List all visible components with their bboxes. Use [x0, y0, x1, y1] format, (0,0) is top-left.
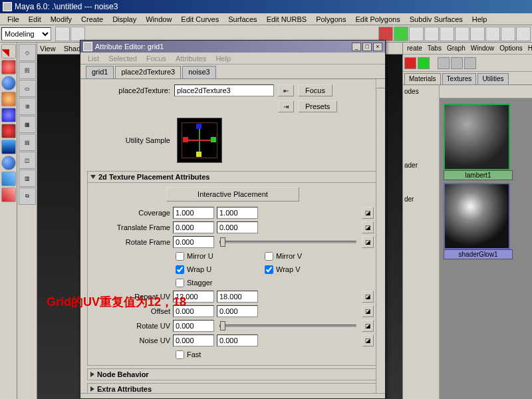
connect-icon[interactable]: ◪ — [362, 320, 374, 332]
hs-icon[interactable] — [404, 57, 416, 69]
menu-edit[interactable]: Edit — [24, 15, 46, 24]
manip-tool-icon[interactable] — [1, 124, 16, 138]
layout-icon[interactable]: ▦ — [19, 116, 36, 133]
rotate-frame-field[interactable] — [173, 236, 214, 248]
ae-menu-selected[interactable]: Selected — [104, 55, 142, 63]
connect-icon[interactable]: ◪ — [362, 221, 374, 233]
ae-menu-help[interactable]: Help — [211, 55, 235, 63]
menu-editnurbs[interactable]: Edit NURBS — [262, 15, 312, 24]
layout-icon[interactable]: ▤ — [19, 134, 36, 151]
ae-tab-noise3[interactable]: noise3 — [182, 66, 215, 78]
connect-icon[interactable]: ◪ — [362, 305, 374, 317]
lasso-tool-icon[interactable] — [1, 60, 16, 74]
coverage-u-field[interactable] — [173, 207, 214, 219]
hs-icon[interactable] — [464, 57, 476, 69]
connect-icon[interactable]: ◪ — [362, 207, 374, 219]
close-icon[interactable]: × — [373, 43, 382, 51]
hs-menu[interactable]: Tabs — [425, 45, 444, 52]
shelf-icon[interactable] — [485, 27, 500, 41]
mirror-v-checkbox[interactable] — [265, 252, 273, 261]
ae-menu-attributes[interactable]: Attributes — [171, 55, 211, 63]
menu-window[interactable]: Window — [141, 15, 176, 24]
mode-selector[interactable]: Modeling — [1, 27, 51, 41]
maximize-icon[interactable]: □ — [362, 43, 372, 51]
shelf-icon[interactable] — [470, 27, 485, 41]
coverage-v-field[interactable] — [217, 207, 258, 219]
hs-icon[interactable] — [438, 57, 450, 69]
shelf-icon[interactable] — [409, 27, 424, 41]
swatch-label[interactable]: lambert1 — [444, 170, 513, 180]
ae-menu-list[interactable]: List — [83, 55, 104, 63]
wrap-u-checkbox[interactable] — [176, 265, 184, 274]
hs-menu[interactable]: Window — [468, 45, 497, 52]
stagger-checkbox[interactable] — [176, 279, 184, 287]
tool-icon[interactable] — [1, 188, 16, 202]
fast-checkbox[interactable] — [176, 350, 184, 359]
menu-surfaces[interactable]: Surfaces — [223, 15, 261, 24]
minimize-icon[interactable]: _ — [352, 43, 361, 51]
shelf-icon[interactable] — [70, 27, 85, 41]
layout-icon[interactable]: ◇ — [19, 44, 36, 61]
nav-down-button[interactable]: ⇥ — [278, 100, 294, 112]
noise-u-field[interactable] — [173, 334, 214, 346]
menu-help[interactable]: Help — [467, 15, 492, 24]
tool-icon[interactable] — [1, 172, 16, 186]
scale-tool-icon[interactable] — [1, 108, 16, 122]
swatch-lambert1[interactable] — [444, 104, 510, 170]
offset-v-field[interactable] — [217, 305, 258, 317]
select-tool-icon[interactable] — [1, 44, 16, 59]
shelf-icon[interactable] — [455, 27, 469, 41]
shelf-icon[interactable] — [516, 27, 531, 41]
tool-icon[interactable] — [1, 156, 16, 170]
hs-menu[interactable]: He — [525, 45, 532, 52]
swatch-shaderglow1[interactable] — [444, 183, 510, 249]
layout-icon[interactable]: ⧉ — [19, 188, 36, 205]
shelf-icon[interactable] — [440, 27, 454, 41]
tab-utilities[interactable]: Utilities — [477, 73, 508, 84]
rotate-tool-icon[interactable] — [1, 92, 16, 106]
hs-icon[interactable] — [451, 57, 463, 69]
translate-u-field[interactable] — [173, 221, 214, 233]
rotate-uv-field[interactable] — [173, 320, 214, 332]
repeat-v-field[interactable] — [217, 291, 258, 303]
menu-modify[interactable]: Modify — [46, 15, 76, 24]
layout-icon[interactable]: 田 — [19, 62, 36, 79]
menu-editcurves[interactable]: Edit Curves — [176, 15, 223, 24]
layout-icon[interactable]: ⊞ — [19, 98, 36, 115]
interactive-placement-button[interactable]: Interactive Placement — [166, 187, 299, 201]
menu-file[interactable]: File — [3, 15, 24, 24]
section-header[interactable]: 2d Texture Placement Attributes — [88, 172, 378, 183]
ae-titlebar[interactable]: Attribute Editor: grid1 _ □ × — [80, 41, 385, 53]
shelf-icon[interactable] — [424, 27, 439, 41]
translate-v-field[interactable] — [217, 221, 258, 233]
menu-subdiv[interactable]: Subdiv Surfaces — [405, 15, 467, 24]
layout-icon[interactable]: ▥ — [19, 170, 36, 187]
menu-create[interactable]: Create — [76, 15, 108, 24]
move-tool-icon[interactable] — [1, 76, 16, 90]
connect-icon[interactable]: ◪ — [362, 334, 374, 346]
hs-side-item[interactable]: der — [404, 196, 438, 203]
shelf-icon[interactable] — [378, 27, 393, 41]
tab-materials[interactable]: Materials — [404, 73, 441, 84]
noise-v-field[interactable] — [217, 334, 258, 346]
rotate-frame-slider[interactable] — [219, 241, 356, 243]
shelf-icon[interactable] — [55, 27, 70, 41]
ae-tab-grid1[interactable]: grid1 — [86, 66, 114, 78]
hs-side-item[interactable]: odes — [404, 88, 438, 95]
view-menu-view[interactable]: View — [40, 45, 56, 53]
rotate-uv-slider[interactable] — [219, 325, 356, 327]
shelf-icon[interactable] — [394, 27, 408, 41]
menu-editpolygons[interactable]: Edit Polygons — [350, 15, 404, 24]
ae-tab-place2dtexture3[interactable]: place2dTexture3 — [115, 66, 181, 78]
ae-scrollbar[interactable] — [376, 79, 385, 398]
swatch-label[interactable]: shaderGlow1 — [444, 249, 513, 259]
shelf-icon[interactable] — [501, 27, 515, 41]
menu-polygons[interactable]: Polygons — [311, 15, 350, 24]
hs-side-item[interactable]: ader — [404, 162, 438, 169]
section-header[interactable]: Node Behavior — [88, 369, 378, 380]
ae-menu-focus[interactable]: Focus — [142, 55, 171, 63]
tool-icon[interactable] — [1, 140, 16, 154]
mirror-u-checkbox[interactable] — [176, 252, 184, 261]
nav-up-button[interactable]: ⇤ — [278, 84, 294, 96]
hs-menu[interactable]: reate — [404, 45, 425, 52]
